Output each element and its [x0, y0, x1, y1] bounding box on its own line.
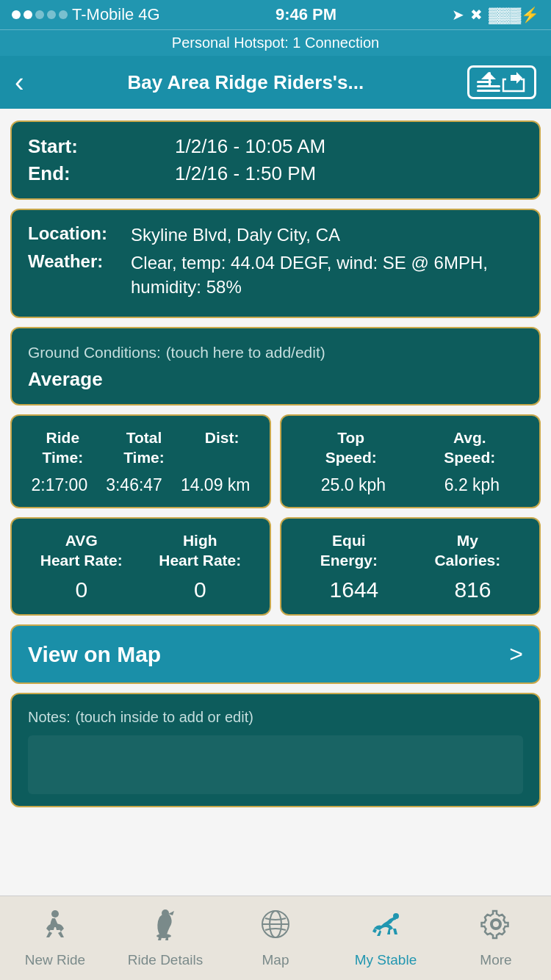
dist-value: 14.09 km — [181, 475, 251, 495]
ground-conditions-title: Ground Conditions: (touch here to add/ed… — [28, 342, 523, 362]
location-value: Skyline Blvd, Daly City, CA — [131, 223, 340, 247]
start-label: Start: — [28, 135, 109, 158]
share-icon — [477, 72, 500, 93]
speed-card: TopSpeed: Avg.Speed: 25.0 kph 6.2 kph — [280, 414, 541, 508]
my-stable-label: My Stable — [355, 952, 417, 968]
ground-value: Average — [28, 368, 523, 391]
hotspot-bar: Personal Hotspot: 1 Connection — [0, 29, 551, 56]
svg-point-5 — [51, 910, 59, 918]
ride-stats-row: RideTime: TotalTime: Dist: 2:17:00 3:46:… — [10, 414, 541, 508]
battery-icon: ▓▓▓⚡ — [489, 6, 539, 24]
end-row: End: 1/2/16 - 1:50 PM — [28, 162, 523, 185]
new-ride-icon — [39, 908, 71, 948]
time-label: 9:46 PM — [276, 5, 336, 24]
my-stable-icon — [370, 908, 402, 948]
location-icon: ➤ — [452, 6, 464, 24]
map-globe-icon — [259, 908, 292, 948]
end-label: End: — [28, 162, 109, 185]
map-label: Map — [262, 952, 289, 968]
svg-point-7 — [162, 909, 169, 917]
network-label: 4G — [138, 5, 159, 24]
start-value: 1/2/16 - 10:05 AM — [175, 135, 325, 158]
more-label: More — [480, 952, 511, 968]
avg-speed-header: Avg.Speed: — [444, 428, 495, 468]
hr-headers: AVGHeart Rate: HighHeart Rate: — [22, 530, 259, 571]
ground-conditions-card[interactable]: Ground Conditions: (touch here to add/ed… — [10, 327, 541, 406]
avg-speed-value: 6.2 kph — [444, 475, 500, 495]
tab-my-stable[interactable]: My Stable — [331, 896, 441, 980]
end-value: 1/2/16 - 1:50 PM — [175, 162, 316, 185]
equi-energy-header: EquiEnergy: — [320, 530, 378, 571]
content-area: Start: 1/2/16 - 10:05 AM End: 1/2/16 - 1… — [0, 109, 551, 896]
carrier-label: T-Mobile — [72, 5, 134, 24]
ride-details-label: Ride Details — [128, 952, 203, 968]
map-button-label: View on Map — [28, 642, 161, 667]
status-right: ➤ ✖ ▓▓▓⚡ — [452, 6, 539, 24]
location-weather-card: Location: Skyline Blvd, Daly City, CA We… — [10, 209, 541, 318]
ground-label: Ground Conditions: — [28, 344, 161, 361]
total-time-header: TotalTime: — [123, 428, 165, 468]
tab-bar: New Ride Ride Details — [0, 896, 551, 980]
top-speed-header: TopSpeed: — [325, 428, 377, 468]
svg-marker-2 — [481, 72, 496, 79]
bluetooth-icon: ✖ — [470, 6, 483, 24]
high-hr-header: HighHeart Rate: — [159, 530, 241, 571]
avg-hr-value: 0 — [75, 577, 87, 602]
ride-details-icon — [149, 908, 181, 948]
heart-energy-row: AVGHeart Rate: HighHeart Rate: 0 0 EquiE… — [10, 517, 541, 616]
tab-ride-details[interactable]: Ride Details — [110, 896, 220, 980]
heart-rate-card: AVGHeart Rate: HighHeart Rate: 0 0 — [10, 517, 271, 616]
tab-map[interactable]: Map — [220, 896, 331, 980]
status-left: T-Mobile 4G — [12, 5, 160, 24]
start-row: Start: 1/2/16 - 10:05 AM — [28, 135, 523, 158]
energy-values: 1644 816 — [292, 577, 529, 602]
view-on-map-button[interactable]: View on Map > — [10, 624, 541, 684]
ride-time-value: 2:17:00 — [31, 475, 87, 495]
dist-header: Dist: — [205, 428, 240, 468]
hotspot-label: Personal Hotspot: 1 Connection — [172, 35, 379, 51]
notes-label: Notes: — [28, 709, 71, 725]
notes-title: Notes: (touch inside to add or edit) — [28, 706, 523, 727]
speed-values: 25.0 kph 6.2 kph — [292, 475, 529, 495]
notes-body[interactable] — [28, 735, 523, 794]
energy-calories-card: EquiEnergy: MyCalories: 1644 816 — [280, 517, 541, 616]
ride-time-header: RideTime: — [43, 428, 84, 468]
location-row: Location: Skyline Blvd, Daly City, CA — [28, 223, 523, 247]
location-label: Location: — [28, 223, 131, 244]
total-time-value: 3:46:47 — [106, 475, 162, 495]
new-ride-label: New Ride — [25, 952, 85, 968]
notes-card[interactable]: Notes: (touch inside to add or edit) — [10, 693, 541, 807]
equi-energy-value: 1644 — [330, 577, 379, 602]
tab-more[interactable]: More — [441, 896, 551, 980]
speed-headers: TopSpeed: Avg.Speed: — [292, 428, 529, 468]
weather-label: Weather: — [28, 251, 131, 272]
ground-edit-hint: (touch here to add/edit) — [166, 344, 325, 361]
map-button-arrow: > — [509, 641, 523, 668]
avg-hr-header: AVGHeart Rate: — [40, 530, 123, 571]
top-speed-value: 25.0 kph — [321, 475, 386, 495]
energy-headers: EquiEnergy: MyCalories: — [292, 530, 529, 571]
my-calories-value: 816 — [454, 577, 491, 602]
svg-point-11 — [393, 913, 399, 919]
page-title: Bay Area Ridge Riders's... — [32, 71, 460, 94]
high-hr-value: 0 — [194, 577, 206, 602]
share-button[interactable] — [467, 65, 536, 99]
share-icon-box — [500, 71, 527, 94]
tab-new-ride[interactable]: New Ride — [0, 896, 110, 980]
time-values: 2:17:00 3:46:47 14.09 km — [22, 475, 259, 495]
back-button[interactable]: ‹ — [15, 67, 24, 98]
weather-value: Clear, temp: 44.04 DEGF, wind: SE @ 6MPH… — [131, 251, 523, 299]
status-bar: T-Mobile 4G 9:46 PM ➤ ✖ ▓▓▓⚡ — [0, 0, 551, 29]
signal-dots — [12, 10, 68, 19]
more-gear-icon — [480, 908, 512, 948]
nav-header: ‹ Bay Area Ridge Riders's... — [0, 56, 551, 109]
svg-rect-3 — [477, 85, 500, 87]
start-end-card: Start: 1/2/16 - 10:05 AM End: 1/2/16 - 1… — [10, 120, 541, 200]
my-calories-header: MyCalories: — [434, 530, 500, 571]
weather-row: Weather: Clear, temp: 44.04 DEGF, wind: … — [28, 251, 523, 299]
time-headers: RideTime: TotalTime: Dist: — [22, 428, 259, 468]
time-distance-card: RideTime: TotalTime: Dist: 2:17:00 3:46:… — [10, 414, 271, 508]
svg-rect-4 — [477, 90, 500, 92]
hr-values: 0 0 — [22, 577, 259, 602]
notes-edit-hint: (touch inside to add or edit) — [75, 709, 253, 725]
